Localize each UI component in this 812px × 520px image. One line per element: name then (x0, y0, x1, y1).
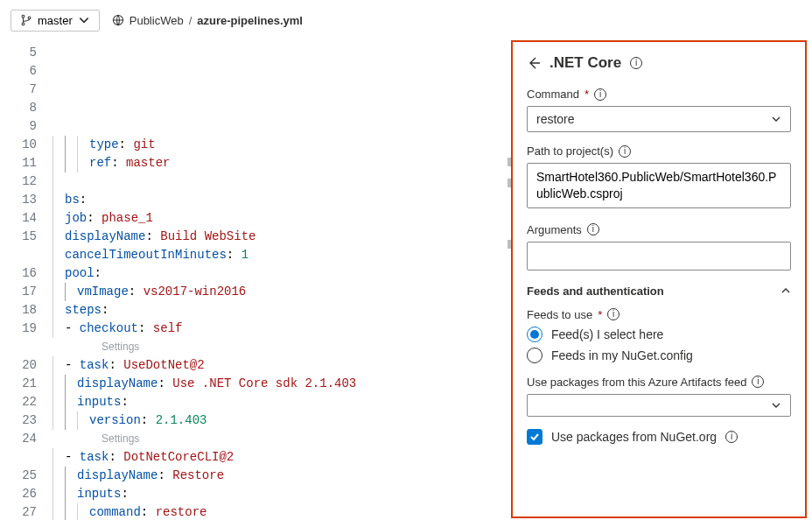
chevron-down-icon (771, 400, 781, 411)
code-line[interactable]: - task: UseDotNet@2 (52, 356, 511, 375)
chevron-down-icon (78, 14, 90, 26)
svg-point-0 (22, 15, 24, 18)
code-line[interactable]: steps: (52, 301, 511, 320)
checkmark-icon (529, 432, 540, 442)
back-arrow-icon[interactable] (527, 56, 541, 70)
breadcrumb: PublicWeb / azure-pipelines.yml (112, 14, 303, 27)
topbar: master PublicWeb / azure-pipelines.yml (0, 0, 812, 39)
overview-ruler-mark (508, 179, 511, 187)
code-line[interactable]: command: restore (52, 503, 511, 520)
code-line[interactable]: version: 2.1.403 (52, 411, 511, 430)
required-asterisk: * (584, 88, 589, 101)
info-icon[interactable]: i (630, 57, 642, 69)
code-content[interactable]: type: gitref: masterbs:job: phase_1displ… (46, 39, 511, 520)
task-assistant-panel: .NET Core i Command * i restore Path to … (511, 40, 807, 518)
overview-ruler-mark (508, 158, 511, 166)
artifacts-feed-label: Use packages from this Azure Artifacts f… (527, 376, 746, 389)
arguments-label: Arguments (527, 223, 582, 236)
code-line[interactable] (52, 172, 511, 191)
code-line[interactable]: displayName: Use .NET Core sdk 2.1.403 (52, 375, 511, 393)
chevron-down-icon (771, 114, 781, 124)
code-line[interactable]: displayName: Restore (52, 467, 511, 485)
code-line[interactable]: - task: DotNetCoreCLI@2 (52, 448, 511, 467)
svg-point-2 (28, 17, 31, 19)
info-icon[interactable]: i (594, 88, 606, 101)
settings-codelens[interactable]: Settings (52, 338, 139, 356)
info-icon[interactable]: i (725, 431, 738, 443)
radio-feeds-nuget-config[interactable] (527, 348, 542, 363)
git-branch-icon (20, 14, 32, 26)
code-line[interactable]: job: phase_1 (52, 209, 511, 228)
info-icon[interactable]: i (619, 145, 631, 158)
info-icon[interactable]: i (752, 376, 764, 388)
path-input[interactable] (527, 163, 791, 208)
required-asterisk: * (598, 308, 602, 321)
code-line[interactable]: vmImage: vs2017-win2016 (52, 283, 511, 301)
radio-label-select-here: Feed(s) I select here (551, 327, 663, 341)
command-value: restore (536, 112, 575, 126)
breadcrumb-separator: / (189, 14, 192, 27)
artifacts-feed-select[interactable] (527, 394, 791, 417)
code-line[interactable]: bs: (52, 191, 511, 209)
code-line[interactable]: cancelTimeoutInMinutes: 1 (52, 246, 511, 264)
command-select[interactable]: restore (527, 106, 791, 132)
line-number-gutter: 5678910111213141516171819202122232425262… (0, 39, 46, 520)
code-line[interactable]: ref: master (52, 154, 511, 172)
code-line[interactable]: inputs: (52, 485, 511, 503)
arguments-input[interactable] (527, 242, 791, 271)
checkbox-nuget-org[interactable] (527, 429, 542, 445)
panel-title: .NET Core (550, 54, 621, 72)
overview-ruler-mark (508, 240, 511, 249)
code-line[interactable]: inputs: (52, 393, 511, 411)
svg-point-1 (22, 23, 24, 25)
code-line[interactable]: - checkout: self (52, 320, 511, 338)
code-line[interactable]: type: git (52, 136, 511, 154)
code-line[interactable]: pool: (52, 264, 511, 283)
info-icon[interactable]: i (587, 223, 599, 235)
code-line[interactable]: Settings (52, 338, 511, 356)
feeds-section-header[interactable]: Feeds and authentication (527, 285, 791, 298)
command-label: Command (527, 88, 579, 101)
radio-feeds-select-here[interactable] (527, 327, 542, 342)
path-label: Path to project(s) (527, 144, 613, 158)
feeds-to-use-label: Feeds to use (527, 308, 592, 321)
branch-name: master (38, 14, 73, 27)
breadcrumb-repo[interactable]: PublicWeb (130, 14, 184, 27)
repo-icon (112, 14, 124, 26)
feeds-section-title: Feeds and authentication (527, 285, 664, 298)
branch-selector[interactable]: master (10, 10, 100, 32)
checkbox-label-nuget-org: Use packages from NuGet.org (551, 430, 717, 444)
radio-label-nuget-config: Feeds in my NuGet.config (551, 348, 693, 362)
code-line[interactable]: Settings (52, 430, 511, 448)
code-editor[interactable]: 5678910111213141516171819202122232425262… (0, 39, 511, 520)
chevron-up-icon (780, 285, 791, 296)
info-icon[interactable]: i (607, 308, 620, 320)
settings-codelens[interactable]: Settings (52, 430, 139, 448)
code-line[interactable]: displayName: Build WebSite (52, 228, 511, 246)
breadcrumb-file: azure-pipelines.yml (197, 14, 303, 27)
